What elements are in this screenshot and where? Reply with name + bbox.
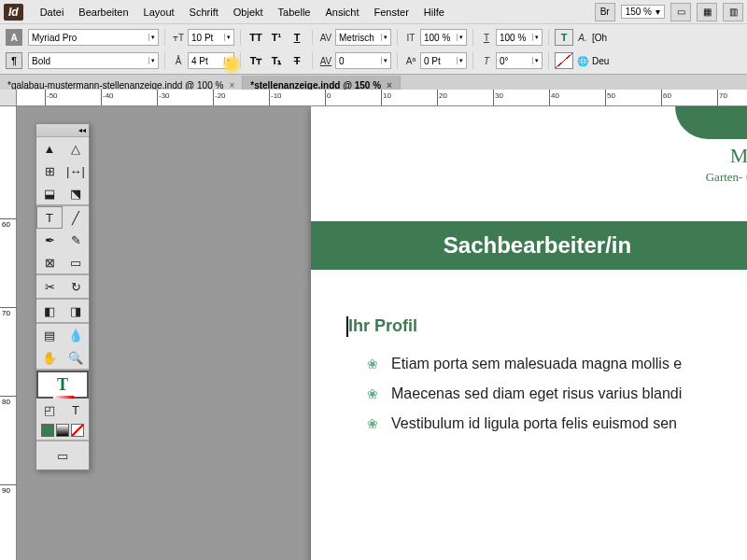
rectangle-tool[interactable]: ▭ [63, 251, 89, 273]
menu-objekt[interactable]: Objekt [226, 3, 271, 21]
gradient-feather-tool[interactable]: ◨ [63, 300, 89, 322]
font-size-field[interactable]: 10 Pt▾ [188, 29, 234, 46]
tracking-icon: AV [318, 53, 333, 68]
menu-datei[interactable]: Datei [33, 3, 72, 21]
list-item: ❀Maecenas sed diam eget risus varius bla… [367, 379, 682, 409]
paragraph-mode-icon[interactable]: ¶ [6, 52, 22, 69]
section-heading[interactable]: Ihr Profil [348, 316, 417, 336]
menu-schrift[interactable]: Schrift [182, 3, 226, 21]
close-icon[interactable]: × [387, 80, 392, 91]
font-family-field[interactable]: Myriad Pro▾ [28, 29, 159, 46]
baseline-icon: Aª [403, 53, 418, 68]
fill-text-icon[interactable]: T [555, 29, 573, 46]
language-label: Deu [592, 56, 609, 66]
scissors-tool[interactable]: ✂ [36, 275, 63, 298]
view-mode[interactable]: ▭ [36, 441, 89, 469]
ruler-origin[interactable] [0, 90, 17, 106]
skew-icon: T [479, 53, 494, 68]
menu-layout[interactable]: Layout [136, 3, 182, 21]
bullet-icon: ❀ [367, 381, 378, 407]
menu-bearbeiten[interactable]: Bearbeiten [71, 3, 135, 21]
font-size-icon: ᴛT [171, 30, 186, 45]
format-container-icon[interactable]: ◰ [36, 399, 63, 421]
hand-tool[interactable]: ✋ [36, 346, 63, 369]
tools-panel[interactable]: ◂◂ ▲ △ ⊞ |↔| ⬓ ⬔ T ╱ ✒ ✎ ⊠ ▭ ✂ ↻ ◧ ◨ ▤ 💧… [35, 123, 90, 470]
baseline-field[interactable]: 0 Pt▾ [420, 52, 467, 69]
subscript-icon[interactable]: T₁ [267, 52, 286, 69]
pen-tool[interactable]: ✒ [36, 229, 63, 251]
eyedropper-tool[interactable]: 💧 [63, 324, 89, 346]
title-bar: Sachbearbeiter/in [311, 221, 747, 270]
menu-bar: Id Datei Bearbeiten Layout Schrift Objek… [0, 0, 747, 24]
canvas[interactable]: Mustermann Garten- und Landschaftsbau Sa… [17, 106, 747, 560]
bullet-icon: ❀ [367, 411, 378, 437]
font-style-field[interactable]: Bold▾ [28, 52, 159, 69]
gap-tool[interactable]: |↔| [63, 160, 89, 182]
tools-collapse[interactable]: ◂◂ [36, 124, 89, 137]
char-style-label: [Oh [592, 33, 607, 43]
type-tool[interactable]: T [36, 206, 63, 229]
page: Mustermann Garten- und Landschaftsbau Sa… [311, 106, 747, 560]
format-text-icon[interactable]: T [63, 399, 89, 421]
menu-tabelle[interactable]: Tabelle [271, 3, 318, 21]
underline-icon[interactable]: T [288, 29, 306, 46]
free-transform-tool[interactable]: ↻ [63, 275, 89, 298]
fill-stroke-swatch[interactable]: T [36, 371, 89, 399]
superscript-icon[interactable]: T¹ [267, 29, 286, 46]
content-placer-tool[interactable]: ⬔ [63, 182, 89, 204]
workspace: -50-40-30-20-10010203040506070 607080901… [0, 90, 747, 560]
workspace-icon[interactable]: ▥ [723, 3, 743, 21]
vertical-ruler[interactable]: 60708090100 [0, 106, 17, 560]
app-logo: Id [4, 4, 23, 21]
note-tool[interactable]: ▤ [36, 324, 63, 346]
apply-none[interactable] [71, 424, 84, 437]
arrange-icon[interactable]: ▦ [697, 3, 717, 21]
character-mode-icon[interactable]: A [6, 29, 22, 46]
kerning-icon: AV [318, 30, 333, 45]
menu-ansicht[interactable]: Ansicht [317, 3, 366, 21]
list-item: ❀Etiam porta sem malesuada magna mollis … [367, 349, 682, 379]
selection-tool[interactable]: ▲ [36, 137, 63, 160]
vscale-icon: IT [403, 30, 418, 45]
pencil-tool[interactable]: ✎ [63, 229, 89, 251]
rectangle-frame-tool[interactable]: ⊠ [36, 251, 63, 273]
list-item: ❀Vestibulum id ligula porta felis euismo… [367, 409, 682, 439]
apply-gradient[interactable] [56, 424, 69, 437]
zoom-tool[interactable]: 🔍 [63, 346, 89, 369]
stroke-text-icon[interactable] [555, 52, 573, 69]
horizontal-ruler[interactable]: -50-40-30-20-10010203040506070 [17, 90, 747, 106]
allcaps-icon[interactable]: TT [247, 29, 265, 46]
hscale-field[interactable]: 100 %▾ [496, 29, 543, 46]
tracking-field[interactable]: 0▾ [335, 52, 391, 69]
apply-color[interactable] [41, 424, 54, 437]
bullet-list: ❀Etiam porta sem malesuada magna mollis … [367, 349, 682, 439]
screen-mode-icon[interactable]: ▭ [670, 3, 691, 21]
brand-subtitle: Garten- und Landschaftsbau [706, 170, 747, 185]
strikethrough-icon[interactable]: T [288, 52, 306, 69]
brand-name: Mustermann [730, 144, 747, 168]
hscale-label-icon: T [479, 30, 494, 45]
content-collector-tool[interactable]: ⬓ [36, 182, 63, 204]
menu-hilfe[interactable]: Hilfe [416, 3, 452, 21]
line-tool[interactable]: ╱ [63, 206, 89, 229]
smallcaps-icon[interactable]: Tᴛ [247, 52, 265, 69]
vscale-field[interactable]: 100 %▾ [420, 29, 467, 46]
kerning-field[interactable]: Metrisch▾ [335, 29, 391, 46]
direct-selection-tool[interactable]: △ [63, 137, 89, 160]
leading-field[interactable]: 4 Pt▾ [188, 52, 234, 69]
language-icon: 🌐 [575, 53, 590, 68]
gradient-swatch-tool[interactable]: ◧ [36, 300, 63, 322]
close-icon[interactable]: × [229, 80, 234, 91]
char-style-icon: A. [575, 30, 590, 45]
logo-shape [675, 106, 747, 139]
skew-field[interactable]: 0°▾ [496, 52, 543, 69]
page-tool[interactable]: ⊞ [36, 160, 63, 182]
control-panel: A Myriad Pro▾ ᴛT 10 Pt▾ TT T¹ T AV Metri… [0, 24, 747, 75]
leading-icon: Å [171, 53, 186, 68]
menu-fenster[interactable]: Fenster [367, 3, 416, 21]
bullet-icon: ❀ [367, 351, 378, 377]
bridge-button[interactable]: Br [595, 3, 615, 21]
zoom-level[interactable]: 150 %▾ [621, 5, 665, 19]
